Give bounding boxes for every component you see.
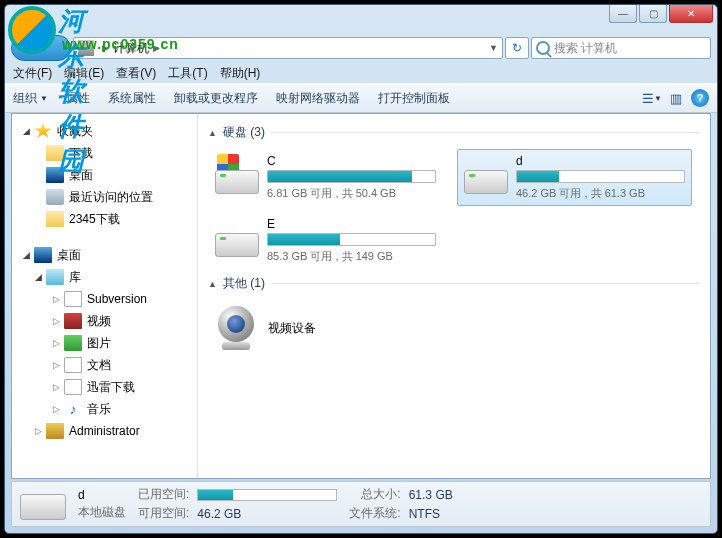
desktop-icon — [34, 247, 52, 263]
details-pane: d 本地磁盘 已用空间: 可用空间: 46.2 GB 总大小: 61.3 GB … — [11, 481, 711, 527]
tb-organize[interactable]: 组织▼ — [13, 90, 48, 107]
collapse-icon[interactable]: ◢ — [20, 250, 32, 260]
computer-icon — [78, 40, 94, 56]
tree-documents[interactable]: ▷文档 — [12, 354, 197, 376]
tb-control-panel[interactable]: 打开控制面板 — [378, 90, 450, 107]
maximize-button[interactable]: ▢ — [639, 5, 667, 23]
address-bar: ▶ 计算机 ▶ ▼ ↻ 搜索 计算机 — [11, 33, 711, 63]
expand-icon[interactable]: ▷ — [50, 382, 62, 392]
tb-properties[interactable]: 属性 — [66, 90, 90, 107]
video-icon — [64, 313, 82, 329]
usage-bar — [267, 233, 436, 246]
star-icon — [34, 123, 52, 139]
collapse-icon[interactable]: ▲ — [208, 279, 217, 289]
search-field[interactable]: 搜索 计算机 — [531, 37, 711, 59]
preview-pane-icon[interactable]: ▥ — [667, 89, 685, 107]
collapse-icon[interactable]: ◢ — [32, 272, 44, 282]
expand-icon[interactable]: ▷ — [50, 294, 62, 304]
library-icon — [46, 269, 64, 285]
tree-xunlei[interactable]: ▷迅雷下载 — [12, 376, 197, 398]
close-button[interactable]: ✕ — [669, 5, 713, 23]
tree-music[interactable]: ▷♪音乐 — [12, 398, 197, 420]
webcam-icon — [214, 306, 258, 350]
menu-tools[interactable]: 工具(T) — [168, 65, 207, 82]
tb-map-network[interactable]: 映射网络驱动器 — [276, 90, 360, 107]
tb-uninstall[interactable]: 卸载或更改程序 — [174, 90, 258, 107]
menu-help[interactable]: 帮助(H) — [220, 65, 261, 82]
collapse-icon[interactable]: ◢ — [20, 126, 32, 136]
drive-icon — [464, 154, 508, 194]
minimize-button[interactable]: — — [609, 5, 637, 23]
help-icon[interactable]: ? — [691, 89, 709, 107]
drive-label: C — [267, 154, 436, 168]
titlebar[interactable]: — ▢ ✕ — [5, 5, 717, 33]
expand-icon[interactable]: ▷ — [50, 404, 62, 414]
address-field[interactable]: ▶ 计算机 ▶ ▼ — [73, 37, 503, 59]
tree-subversion[interactable]: ▷Subversion — [12, 288, 197, 310]
menu-bar: 文件(F) 编辑(E) 查看(V) 工具(T) 帮助(H) — [5, 63, 717, 83]
document-icon — [64, 357, 82, 373]
drive-label: E — [267, 217, 436, 231]
expand-icon[interactable]: ▷ — [50, 338, 62, 348]
drive-d[interactable]: d 46.2 GB 可用 , 共 61.3 GB — [457, 149, 692, 206]
usage-fill — [268, 234, 340, 245]
fs-label: 文件系统: — [349, 505, 400, 522]
details-type: 本地磁盘 — [78, 504, 126, 521]
tree-favorites[interactable]: ◢收藏夹 — [12, 120, 197, 142]
view-mode-icon[interactable]: ☰ ▼ — [643, 89, 661, 107]
used-label: 已用空间: — [138, 486, 189, 503]
menu-view[interactable]: 查看(V) — [116, 65, 156, 82]
device-label: 视频设备 — [268, 320, 316, 337]
tree-videos[interactable]: ▷视频 — [12, 310, 197, 332]
drive-e[interactable]: E 85.3 GB 可用 , 共 149 GB — [208, 212, 443, 269]
expand-icon[interactable]: ▷ — [32, 426, 44, 436]
drive-icon — [20, 486, 66, 522]
free-label: 可用空间: — [138, 505, 189, 522]
collapse-icon[interactable]: ▲ — [208, 128, 217, 138]
tb-system-properties[interactable]: 系统属性 — [108, 90, 156, 107]
tree-2345[interactable]: 2345下载 — [12, 208, 197, 230]
breadcrumb-sep-icon: ▶ — [102, 43, 109, 53]
search-placeholder: 搜索 计算机 — [554, 40, 617, 57]
explorer-window: — ▢ ✕ ▶ 计算机 ▶ ▼ ↻ 搜索 计算机 文件(F) 编辑(E) 查看(… — [4, 4, 718, 534]
toolbar: 组织▼ 属性 系统属性 卸载或更改程序 映射网络驱动器 打开控制面板 ☰ ▼ ▥… — [5, 83, 717, 113]
usage-bar — [516, 170, 685, 183]
expand-icon[interactable]: ▷ — [50, 316, 62, 326]
group-other[interactable]: ▲其他 (1) — [208, 275, 700, 292]
folder-icon — [46, 145, 64, 161]
refresh-button[interactable]: ↻ — [505, 37, 529, 59]
breadcrumb-sep-icon[interactable]: ▶ — [153, 43, 160, 53]
drive-icon — [215, 154, 259, 194]
menu-file[interactable]: 文件(F) — [13, 65, 52, 82]
picture-icon — [64, 335, 82, 351]
nav-back-forward[interactable] — [11, 35, 71, 61]
document-icon — [64, 379, 82, 395]
drive-stats: 85.3 GB 可用 , 共 149 GB — [267, 249, 436, 264]
tree-administrator[interactable]: ▷Administrator — [12, 420, 197, 442]
drive-label: d — [516, 154, 685, 168]
usage-bar — [267, 170, 436, 183]
usage-fill — [517, 171, 559, 182]
usage-bar — [197, 489, 337, 501]
drive-c[interactable]: C 6.81 GB 可用 , 共 50.4 GB — [208, 149, 443, 206]
drive-stats: 46.2 GB 可用 , 共 61.3 GB — [516, 186, 685, 201]
tree-pictures[interactable]: ▷图片 — [12, 332, 197, 354]
device-video[interactable]: 视频设备 — [208, 300, 700, 356]
content-pane: ▲硬盘 (3) C 6.81 GB 可用 , 共 50.4 GB d 4 — [198, 114, 710, 478]
total-label: 总大小: — [349, 486, 400, 503]
drive-stats: 6.81 GB 可用 , 共 50.4 GB — [267, 186, 436, 201]
tree-downloads[interactable]: 下载 — [12, 142, 197, 164]
tree-libraries[interactable]: ◢库 — [12, 266, 197, 288]
tree-desktop-fav[interactable]: 桌面 — [12, 164, 197, 186]
chevron-down-icon: ▼ — [40, 94, 48, 103]
search-icon — [536, 41, 550, 55]
address-dropdown-icon[interactable]: ▼ — [489, 43, 498, 53]
tree-recent[interactable]: 最近访问的位置 — [12, 186, 197, 208]
fs-value: NTFS — [409, 507, 453, 521]
breadcrumb-item[interactable]: 计算机 — [113, 40, 149, 57]
tree-desktop[interactable]: ◢桌面 — [12, 244, 197, 266]
menu-edit[interactable]: 编辑(E) — [64, 65, 104, 82]
group-hard-disks[interactable]: ▲硬盘 (3) — [208, 124, 700, 141]
expand-icon[interactable]: ▷ — [50, 360, 62, 370]
usage-fill — [268, 171, 412, 182]
